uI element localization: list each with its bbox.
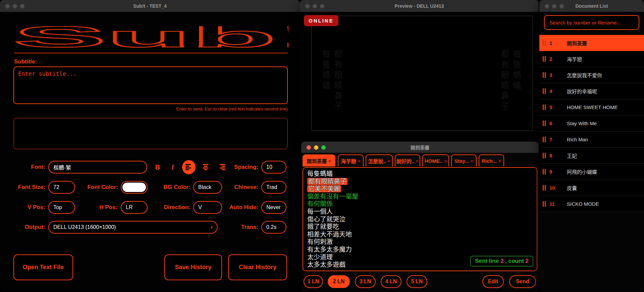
close-tab-icon[interactable]: × bbox=[416, 158, 419, 164]
v-pos-input[interactable]: Top bbox=[48, 201, 75, 214]
bold-button[interactable]: B bbox=[153, 161, 163, 174]
lines-2-button[interactable]: 2 LN bbox=[328, 275, 350, 288]
document-row-6[interactable]: 6 Stay With Me bbox=[539, 115, 644, 132]
close-tab-icon[interactable]: × bbox=[498, 158, 501, 164]
align-right-button[interactable] bbox=[215, 160, 228, 174]
lines-5-button[interactable]: 5 LN bbox=[407, 275, 427, 288]
drag-handle-icon[interactable] bbox=[543, 201, 547, 207]
lyric-line[interactable]: 有太多太多魔力 bbox=[307, 246, 533, 254]
drag-handle-icon[interactable] bbox=[543, 185, 547, 191]
main-titlebar[interactable]: Sub!t - TEST_4 bbox=[0, 0, 300, 12]
lyric-line-next[interactable]: 偏差有沒有一毫釐 bbox=[307, 193, 533, 201]
open-text-file-button[interactable]: Open Text File bbox=[13, 254, 73, 280]
minimize-button[interactable] bbox=[552, 4, 556, 8]
zoom-button[interactable] bbox=[320, 4, 324, 8]
font-color-swatch[interactable] bbox=[121, 181, 148, 194]
document-row-2[interactable]: 2 海芋戀 bbox=[539, 51, 644, 67]
drag-handle-icon[interactable] bbox=[543, 137, 547, 142]
close-tab-icon[interactable]: × bbox=[470, 158, 473, 164]
preview-traffic-lights[interactable] bbox=[305, 0, 324, 12]
zoom-button[interactable] bbox=[20, 4, 24, 8]
direction-input[interactable]: V bbox=[193, 201, 222, 214]
zoom-button[interactable] bbox=[321, 145, 326, 150]
online-status-badge: ONLINE bbox=[304, 15, 338, 26]
drag-handle-icon[interactable] bbox=[543, 40, 547, 46]
lines-4-button[interactable]: 4 LN bbox=[381, 275, 401, 288]
close-tab-icon[interactable]: × bbox=[444, 158, 447, 164]
minimize-button[interactable] bbox=[13, 4, 17, 8]
lyric-line-sent[interactable]: 都有眼睛鼻子 bbox=[307, 178, 533, 186]
drag-handle-icon[interactable] bbox=[543, 169, 547, 175]
send-button[interactable]: Send bbox=[509, 275, 536, 288]
document-row-3[interactable]: 3 怎麼說我不愛你 bbox=[539, 67, 644, 83]
lines-1-button[interactable]: 1 LN bbox=[304, 275, 323, 288]
minimize-button[interactable] bbox=[313, 4, 317, 8]
close-button[interactable] bbox=[545, 4, 549, 8]
lines-3-button[interactable]: 3 LN bbox=[355, 275, 376, 288]
lyric-line[interactable]: 相差大不過天地 bbox=[307, 231, 533, 239]
document-row-8[interactable]: 8 王妃 bbox=[539, 148, 644, 164]
document-traffic-lights[interactable] bbox=[545, 0, 564, 12]
drag-handle-icon[interactable] bbox=[543, 88, 547, 94]
document-row-1[interactable]: 1 開到荼蘼 bbox=[539, 35, 644, 51]
document-row-7[interactable]: 7 Rich Man bbox=[539, 132, 644, 148]
spacing-input[interactable]: 10 bbox=[261, 161, 286, 174]
tab-3[interactable]: 說好的.. × bbox=[395, 154, 420, 166]
close-button[interactable] bbox=[307, 145, 311, 150]
tab-2[interactable]: 怎麼說.. × bbox=[366, 154, 393, 166]
second-line-box[interactable] bbox=[13, 118, 288, 149]
lyric-line[interactable]: 每一個人 bbox=[307, 208, 533, 216]
align-left-button[interactable] bbox=[182, 160, 196, 174]
chinese-input[interactable]: Trad bbox=[261, 181, 286, 194]
search-input[interactable] bbox=[545, 16, 639, 29]
document-row-10[interactable]: 10 皮囊 bbox=[539, 180, 644, 196]
edit-button[interactable]: Edit bbox=[482, 275, 504, 288]
drag-handle-icon[interactable] bbox=[543, 72, 547, 78]
zoom-button[interactable] bbox=[559, 4, 564, 8]
document-list-titlebar[interactable]: Document List bbox=[539, 0, 644, 12]
clear-history-button[interactable]: Clear History bbox=[228, 254, 287, 280]
font-size-input[interactable]: 72 bbox=[48, 181, 75, 194]
lyrics-titlebar[interactable]: 開到荼蘼 bbox=[301, 142, 539, 153]
tab-4[interactable]: HOME.. × bbox=[422, 154, 449, 166]
font-name-input[interactable]: 楷體-繁 bbox=[48, 161, 147, 174]
lyric-line[interactable]: 餓了就要吃 bbox=[307, 223, 533, 231]
close-button[interactable] bbox=[5, 4, 10, 8]
drag-handle-icon[interactable] bbox=[543, 153, 547, 158]
subtitle-input[interactable] bbox=[14, 67, 287, 103]
close-button[interactable] bbox=[305, 4, 310, 8]
lyric-line[interactable]: 有何刺激 bbox=[307, 238, 533, 246]
save-history-button[interactable]: Save History bbox=[164, 254, 222, 280]
main-traffic-lights[interactable] bbox=[5, 0, 24, 12]
output-select[interactable]: DELL U2413 (1600×1000) ▾ bbox=[48, 221, 218, 234]
drag-handle-icon[interactable] bbox=[543, 104, 547, 110]
minimize-button[interactable] bbox=[314, 145, 318, 150]
tab-6[interactable]: Rich... × bbox=[479, 154, 504, 166]
close-tab-icon[interactable]: × bbox=[328, 158, 331, 164]
document-row-5[interactable]: 5 HOME SWEET HOME bbox=[539, 99, 644, 115]
tab-5[interactable]: Stay... × bbox=[451, 154, 477, 166]
preview-titlebar[interactable]: Preview - DELL U2413 bbox=[300, 0, 539, 12]
lyrics-traffic-lights[interactable] bbox=[307, 142, 326, 153]
close-tab-icon[interactable]: × bbox=[387, 158, 390, 164]
tab-label: Rich... bbox=[482, 158, 497, 164]
drag-handle-icon[interactable] bbox=[543, 120, 547, 126]
tab-0[interactable]: 開到荼蘼 × bbox=[303, 154, 335, 166]
spacing-label: Spacing: bbox=[231, 161, 258, 174]
lyric-line[interactable]: 傷心了就哭泣 bbox=[307, 216, 533, 224]
drag-handle-icon[interactable] bbox=[543, 56, 547, 62]
close-tab-icon[interactable]: × bbox=[358, 158, 361, 164]
lyric-line-next[interactable]: 有何關係 bbox=[307, 200, 533, 208]
trans-input[interactable]: 0.2s bbox=[261, 221, 286, 234]
lyric-line-sent[interactable]: 它美不美麗 bbox=[307, 185, 533, 193]
document-row-9[interactable]: 9 阿飛的小蝴蝶 bbox=[539, 164, 644, 180]
document-row-11[interactable]: 11 SICKO MODE bbox=[539, 196, 644, 212]
auto-hide-input[interactable]: Never bbox=[261, 201, 286, 214]
italic-button[interactable]: I bbox=[168, 161, 178, 174]
align-center-button[interactable] bbox=[199, 160, 212, 174]
h-pos-input[interactable]: LR bbox=[121, 201, 148, 214]
tab-1[interactable]: 海芋戀 × bbox=[338, 154, 364, 166]
bg-color-input[interactable]: Black bbox=[193, 181, 222, 194]
document-row-4[interactable]: 4 說好的幸福呢 bbox=[539, 83, 644, 99]
lyric-line[interactable]: 每隻螞蟻 bbox=[307, 170, 533, 178]
